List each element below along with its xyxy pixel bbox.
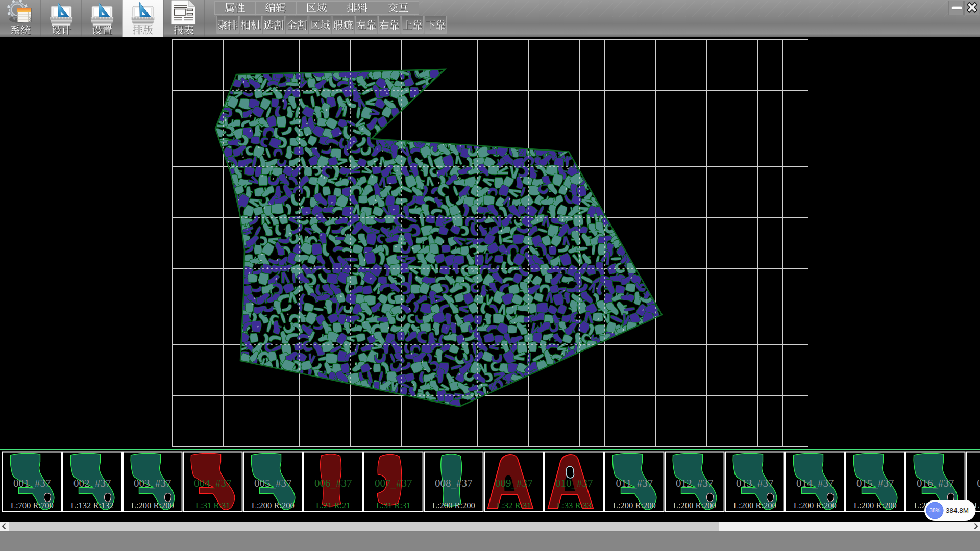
svg-text:010_#37: 010_#37 <box>555 477 593 489</box>
svg-text:L:132 R:132: L:132 R:132 <box>71 500 114 510</box>
svg-text:L:31 R:31: L:31 R:31 <box>195 500 230 510</box>
svg-text:L:200 R:200: L:200 R:200 <box>794 500 837 510</box>
svg-text:005_#37: 005_#37 <box>254 477 292 489</box>
svg-text:L:33 R:33: L:33 R:33 <box>557 500 591 510</box>
svg-text:L:200 R:200: L:200 R:200 <box>432 500 475 510</box>
svg-text:L:200 R:200: L:200 R:200 <box>131 500 174 510</box>
svg-text:016_#37: 016_#37 <box>917 477 954 489</box>
svg-text:008_#37: 008_#37 <box>435 477 473 489</box>
svg-text:L:31 R:31: L:31 R:31 <box>376 500 410 510</box>
svg-text:007_#37: 007_#37 <box>375 477 412 489</box>
svg-text:L:32 R:31: L:32 R:31 <box>497 500 531 510</box>
svg-text:L:700 R:700: L:700 R:700 <box>11 500 54 510</box>
svg-text:001_#37: 001_#37 <box>13 477 51 489</box>
svg-text:L:200 R:200: L:200 R:200 <box>252 500 295 510</box>
svg-text:017_#37: 017_#37 <box>977 477 980 489</box>
svg-text:38%: 38% <box>929 507 940 513</box>
svg-text:014_#37: 014_#37 <box>796 477 834 489</box>
svg-text:L:200 R:200: L:200 R:200 <box>854 500 897 510</box>
svg-text:006_#37: 006_#37 <box>314 477 352 489</box>
svg-text:L:21 R:21: L:21 R:21 <box>316 500 350 510</box>
svg-text:L:200 R:200: L:200 R:200 <box>673 500 716 510</box>
svg-text:011_#37: 011_#37 <box>616 477 653 489</box>
svg-text:002_#37: 002_#37 <box>74 477 111 489</box>
svg-text:015_#37: 015_#37 <box>856 477 894 489</box>
svg-text:003_#37: 003_#37 <box>134 477 172 489</box>
svg-text:L:200 R:200: L:200 R:200 <box>613 500 656 510</box>
svg-text:009_#37: 009_#37 <box>495 477 533 489</box>
svg-text:L:200 R:200: L:200 R:200 <box>733 500 776 510</box>
svg-text:004_#37: 004_#37 <box>194 477 232 489</box>
svg-text:013_#37: 013_#37 <box>736 477 774 489</box>
svg-text:012_#37: 012_#37 <box>676 477 714 489</box>
svg-text:384.8M: 384.8M <box>946 507 969 514</box>
